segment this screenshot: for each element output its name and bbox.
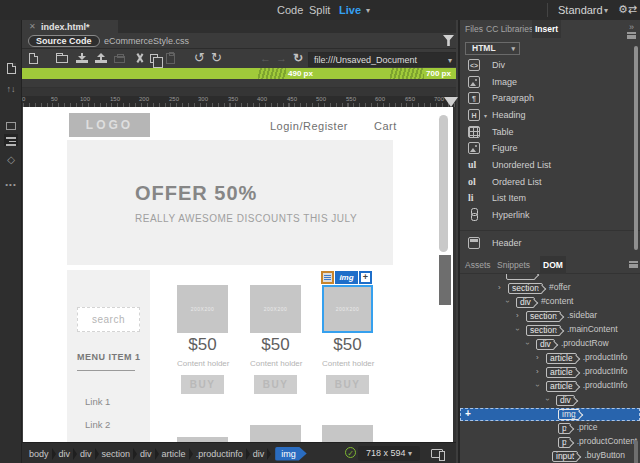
- page-scrollbar-thumb[interactable]: [439, 115, 448, 252]
- tag-crumb[interactable]: div: [139, 449, 153, 459]
- product-buy-button[interactable]: BUY: [326, 375, 369, 394]
- insert-scrollbar-thumb[interactable]: [634, 46, 638, 250]
- tab-assets[interactable]: Assets: [462, 256, 494, 274]
- insert-item-hyperlink[interactable]: Hyperlink: [460, 208, 640, 225]
- print-icon[interactable]: [114, 53, 125, 65]
- dom-row[interactable]: p.price: [460, 422, 640, 435]
- dom-row[interactable]: ›div.productRow: [460, 338, 640, 351]
- dom-row[interactable]: ›div: [460, 394, 640, 407]
- insert-item-div[interactable]: <>Div: [460, 58, 640, 75]
- related-file-css[interactable]: eCommerceStyle.css: [104, 36, 189, 46]
- insert-item-table[interactable]: Table: [460, 125, 640, 142]
- get-file-icon[interactable]: [76, 53, 88, 65]
- document-tab[interactable]: ✕ index.html*: [22, 20, 118, 33]
- inspect-mode-icon[interactable]: ◇: [0, 154, 22, 165]
- tag-crumb[interactable]: body: [28, 449, 50, 459]
- file-management-icon[interactable]: ↑↓: [0, 84, 22, 94]
- live-view-scrollbar[interactable]: [437, 107, 453, 442]
- back-icon[interactable]: ←: [260, 52, 271, 64]
- workspace-dropdown-arrow[interactable]: ▾: [604, 6, 608, 15]
- page-link-1[interactable]: Link 1: [85, 396, 110, 407]
- collapse-panels-icon[interactable]: »: [629, 22, 634, 32]
- dom-row-selected[interactable]: +img: [460, 408, 640, 421]
- editor-scrollbar-thumb[interactable]: [439, 255, 451, 305]
- close-tab-icon[interactable]: ✕: [29, 22, 36, 31]
- responsive-size-bar[interactable]: 490 px 700 px: [22, 68, 456, 79]
- dom-panel-icon[interactable]: [0, 132, 22, 150]
- cut-icon[interactable]: [134, 53, 146, 67]
- tab-cc-libraries[interactable]: CC Libraries: [483, 20, 536, 38]
- open-documents-icon[interactable]: [0, 60, 22, 78]
- page-nav-cart[interactable]: Cart: [374, 120, 397, 132]
- tab-snippets[interactable]: Snippets: [494, 256, 533, 274]
- viewport-resize-handle[interactable]: [444, 97, 458, 107]
- open-file-icon[interactable]: [56, 53, 68, 65]
- dom-row[interactable]: ›article.productInfo: [460, 380, 640, 393]
- refresh-icon[interactable]: ↻: [293, 51, 303, 65]
- tag-crumb[interactable]: .productinfo: [195, 449, 244, 459]
- forward-icon[interactable]: →: [276, 52, 287, 64]
- split-view-button[interactable]: Split: [309, 4, 330, 16]
- product-image[interactable]: 200X200: [250, 285, 301, 333]
- insert-item-unordered-list[interactable]: ulUnordered List: [460, 158, 640, 175]
- insert-item-image[interactable]: Image: [460, 75, 640, 92]
- tab-insert[interactable]: Insert: [532, 20, 561, 38]
- product-image[interactable]: [322, 425, 373, 442]
- dom-row[interactable]: ›section.sidebar: [460, 310, 640, 323]
- more-tools-icon[interactable]: •••: [0, 180, 22, 189]
- page-link-2[interactable]: Link 2: [85, 419, 110, 430]
- tag-crumb[interactable]: div: [58, 449, 72, 459]
- tag-crumb[interactable]: div: [79, 449, 93, 459]
- live-view-canvas[interactable]: LOGO Login/Register Cart OFFER 50% REALL…: [23, 107, 437, 442]
- tag-crumb[interactable]: article: [161, 449, 187, 459]
- insert-category-select[interactable]: HTML▾: [465, 42, 520, 55]
- sync-settings-icon[interactable]: ⚙⇄: [618, 3, 637, 16]
- tab-dom[interactable]: DOM: [540, 256, 566, 274]
- put-file-icon[interactable]: [95, 53, 107, 65]
- insert-item-figure[interactable]: Figure: [460, 141, 640, 158]
- tag-crumb[interactable]: section: [101, 449, 132, 459]
- page-nav-login[interactable]: Login/Register: [270, 120, 348, 132]
- filter-icon[interactable]: [443, 35, 454, 46]
- insert-item-header[interactable]: Header: [460, 236, 640, 253]
- insert-item-paragraph[interactable]: ¶Paragraph: [460, 91, 640, 108]
- dom-panel-menu-icon[interactable]: [629, 261, 638, 268]
- dom-row[interactable]: input.buyButton: [460, 450, 640, 463]
- insert-item-ordered-list[interactable]: olOrdered List: [460, 175, 640, 192]
- live-view-dropdown-arrow[interactable]: ▾: [366, 6, 370, 15]
- dom-scrollbar-thumb[interactable]: [634, 440, 638, 463]
- product-image[interactable]: 200X200: [177, 285, 228, 333]
- product-buy-button[interactable]: BUY: [181, 375, 224, 394]
- address-bar[interactable]: file:///Unsaved_Document ▾: [308, 52, 456, 67]
- product-image-selected[interactable]: 200X200: [322, 285, 373, 333]
- source-code-button[interactable]: Source Code: [28, 35, 100, 47]
- insert-item-heading[interactable]: H▾Heading: [460, 108, 640, 125]
- dom-row[interactable]: ›article.productInfo: [460, 366, 640, 379]
- device-preview-icon[interactable]: [431, 449, 443, 458]
- add-element-button[interactable]: +: [359, 271, 372, 284]
- page-search-input[interactable]: search: [77, 307, 140, 332]
- code-view-button[interactable]: Code: [277, 4, 303, 16]
- address-dropdown-arrow[interactable]: ▾: [448, 56, 452, 65]
- product-buy-button[interactable]: BUY: [254, 375, 297, 394]
- viewport-dimensions[interactable]: 718 x 594 ▾: [358, 446, 420, 461]
- paste-icon[interactable]: [166, 53, 175, 66]
- live-view-button[interactable]: Live: [339, 4, 361, 16]
- redo-icon[interactable]: ↻: [211, 50, 222, 65]
- workspace-switcher[interactable]: Standard: [558, 4, 603, 16]
- tag-crumb-selected[interactable]: img: [275, 447, 307, 461]
- undo-icon[interactable]: ↺: [194, 50, 205, 65]
- tag-crumb[interactable]: div: [252, 449, 266, 459]
- element-options-icon[interactable]: [321, 271, 334, 284]
- element-display-badge[interactable]: img +: [321, 271, 372, 284]
- insert-item-list-item[interactable]: liList Item: [460, 191, 640, 208]
- dom-row[interactable]: ›article.productInfo: [460, 352, 640, 365]
- dom-add-element-icon[interactable]: +: [465, 408, 471, 419]
- dom-row[interactable]: p.productContent: [460, 436, 640, 449]
- product-image[interactable]: [250, 425, 301, 442]
- dom-row[interactable]: ›section.mainContent: [460, 324, 640, 337]
- copy-icon[interactable]: [150, 53, 158, 65]
- new-file-icon[interactable]: [29, 53, 38, 66]
- dom-row[interactable]: ›section#offer: [460, 282, 640, 295]
- panel-menu-icon[interactable]: [627, 32, 636, 39]
